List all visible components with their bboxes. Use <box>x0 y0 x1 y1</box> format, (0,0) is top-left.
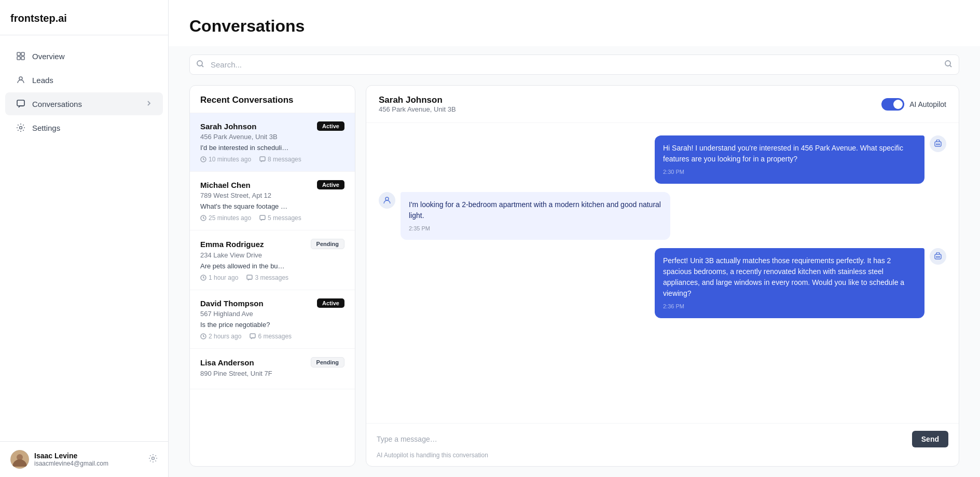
svg-point-26 <box>938 256 940 257</box>
grid-icon <box>16 51 26 61</box>
svg-rect-24 <box>935 254 941 259</box>
conversation-item[interactable]: Lisa Anderson Pending 890 Pine Street, U… <box>190 349 355 389</box>
sidebar-item-overview[interactable]: Overview <box>5 45 163 67</box>
app-logo: frontstep.ai <box>0 0 168 35</box>
svg-rect-13 <box>260 157 265 161</box>
conv-name: Sarah Johnson <box>200 122 256 131</box>
conv-meta: 1 hour ago 3 messages <box>200 274 344 281</box>
chat-input-row: Send <box>377 431 948 447</box>
autopilot-notice: AI Autopilot is handling this conversati… <box>377 452 948 459</box>
conversation-item[interactable]: Emma Rodriguez Pending 234 Lake View Dri… <box>190 230 355 290</box>
conv-preview: What's the square footage … <box>200 202 344 210</box>
conversation-item[interactable]: Michael Chen Active 789 West Street, Apt… <box>190 172 355 230</box>
message-bubble: Hi Sarah! I understand you're interested… <box>655 135 924 184</box>
conversation-item[interactable]: Sarah Johnson Active 456 Park Avenue, Un… <box>190 113 355 172</box>
conv-time: 1 hour ago <box>200 274 238 281</box>
search-submit-icon[interactable] <box>944 60 953 70</box>
conv-time: 25 minutes ago <box>200 214 251 222</box>
user-email: isaacmlevine4@gmail.com <box>34 460 143 467</box>
conv-address: 567 Highland Ave <box>200 310 344 318</box>
conv-messages: 3 messages <box>246 274 288 281</box>
chat-messages: Hi Sarah! I understand you're interested… <box>366 123 959 423</box>
svg-point-9 <box>152 457 155 460</box>
conv-time: 10 minutes ago <box>200 156 251 163</box>
svg-rect-17 <box>247 275 252 279</box>
user-profile: Isaac Levine isaacmlevine4@gmail.com <box>0 441 168 477</box>
bot-avatar <box>930 135 946 152</box>
sidebar-item-settings[interactable]: Settings <box>5 116 163 139</box>
sidebar: frontstep.ai Overview Leads <box>0 0 169 477</box>
svg-point-21 <box>936 144 937 145</box>
user-info: Isaac Levine isaacmlevine4@gmail.com <box>34 452 143 467</box>
message-bubble: I'm looking for a 2-bedroom apartment wi… <box>401 192 670 240</box>
message-row: Hi Sarah! I understand you're interested… <box>379 135 946 184</box>
user-avatar <box>379 192 395 209</box>
message-time: 2:36 PM <box>663 302 916 311</box>
svg-point-22 <box>938 144 940 145</box>
search-icon <box>196 60 204 70</box>
chat-icon <box>16 99 26 109</box>
status-badge: Active <box>317 121 344 131</box>
search-input[interactable] <box>209 55 940 74</box>
chat-contact-name: Sarah Johnson <box>379 95 456 105</box>
send-button[interactable]: Send <box>912 431 948 447</box>
chat-contact-address: 456 Park Avenue, Unit 3B <box>379 105 456 113</box>
ai-autopilot-toggle[interactable] <box>881 98 904 111</box>
sidebar-item-leads-label: Leads <box>32 76 53 85</box>
conv-name: Michael Chen <box>200 181 251 189</box>
conversations-list: Recent Conversations Sarah Johnson Activ… <box>189 85 355 467</box>
message-input[interactable] <box>377 431 907 447</box>
status-badge: Active <box>317 298 344 308</box>
conversation-items: Sarah Johnson Active 456 Park Avenue, Un… <box>190 113 355 466</box>
conv-address: 890 Pine Street, Unit 7F <box>200 370 344 377</box>
svg-rect-19 <box>250 334 255 338</box>
status-badge: Pending <box>311 239 344 249</box>
svg-point-10 <box>197 61 202 66</box>
conv-preview: Are pets allowed in the bu… <box>200 262 344 270</box>
svg-rect-15 <box>260 215 265 220</box>
ai-autopilot-toggle-group: AI Autopilot <box>881 98 946 111</box>
main-content: Conversations Recent Conversations Sarah… <box>169 0 980 477</box>
content-area: Recent Conversations Sarah Johnson Activ… <box>169 75 980 477</box>
conversation-item[interactable]: David Thompson Active 567 Highland Ave I… <box>190 290 355 349</box>
sidebar-item-overview-label: Overview <box>32 52 65 61</box>
conv-address: 789 West Street, Apt 12 <box>200 192 344 199</box>
chat-header: Sarah Johnson 456 Park Avenue, Unit 3B A… <box>366 86 959 123</box>
sidebar-item-conversations[interactable]: Conversations <box>5 92 163 115</box>
chat-input-area: Send AI Autopilot is handling this conve… <box>366 423 959 466</box>
conv-address: 234 Lake View Drive <box>200 251 344 259</box>
status-badge: Pending <box>311 357 344 367</box>
svg-rect-1 <box>21 52 24 56</box>
conv-name: David Thompson <box>200 299 264 308</box>
search-bar <box>189 54 959 75</box>
message-bubble: Perfect! Unit 3B actually matches those … <box>655 248 924 318</box>
conv-address: 456 Park Avenue, Unit 3B <box>200 133 344 141</box>
conv-name: Lisa Anderson <box>200 358 254 367</box>
conv-meta: 2 hours ago 6 messages <box>200 333 344 340</box>
avatar <box>10 450 29 469</box>
user-name: Isaac Levine <box>34 452 143 460</box>
message-time: 2:35 PM <box>409 224 662 233</box>
svg-point-23 <box>385 197 389 200</box>
status-badge: Active <box>317 180 344 189</box>
message-time: 2:30 PM <box>663 168 916 176</box>
svg-point-4 <box>19 77 22 80</box>
settings-icon[interactable] <box>148 454 158 465</box>
chat-panel: Sarah Johnson 456 Park Avenue, Unit 3B A… <box>366 85 959 467</box>
page-title: Conversations <box>189 17 959 36</box>
svg-rect-2 <box>17 57 20 60</box>
message-row: I'm looking for a 2-bedroom apartment wi… <box>379 192 946 240</box>
conv-meta: 25 minutes ago 5 messages <box>200 214 344 222</box>
conv-time: 2 hours ago <box>200 333 241 340</box>
svg-rect-3 <box>21 57 24 60</box>
conv-meta: 10 minutes ago 8 messages <box>200 156 344 163</box>
svg-rect-5 <box>17 100 24 106</box>
svg-point-6 <box>20 127 22 129</box>
chevron-right-icon <box>145 100 153 108</box>
svg-point-11 <box>945 61 950 66</box>
svg-point-25 <box>936 256 937 257</box>
conv-messages: 6 messages <box>250 333 292 340</box>
conv-name: Emma Rodriguez <box>200 240 264 249</box>
chat-contact-info: Sarah Johnson 456 Park Avenue, Unit 3B <box>379 95 456 113</box>
sidebar-item-leads[interactable]: Leads <box>5 69 163 91</box>
